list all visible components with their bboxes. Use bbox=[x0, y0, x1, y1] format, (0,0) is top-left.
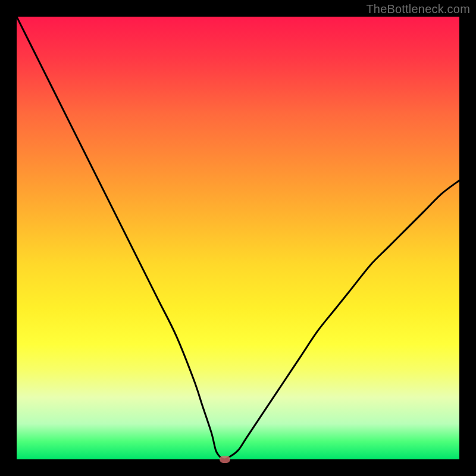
chart-frame: TheBottleneck.com bbox=[0, 0, 476, 476]
watermark-text: TheBottleneck.com bbox=[366, 2, 470, 16]
optimal-point-marker bbox=[220, 456, 230, 463]
bottleneck-curve bbox=[17, 17, 459, 459]
plot-area bbox=[17, 17, 459, 459]
